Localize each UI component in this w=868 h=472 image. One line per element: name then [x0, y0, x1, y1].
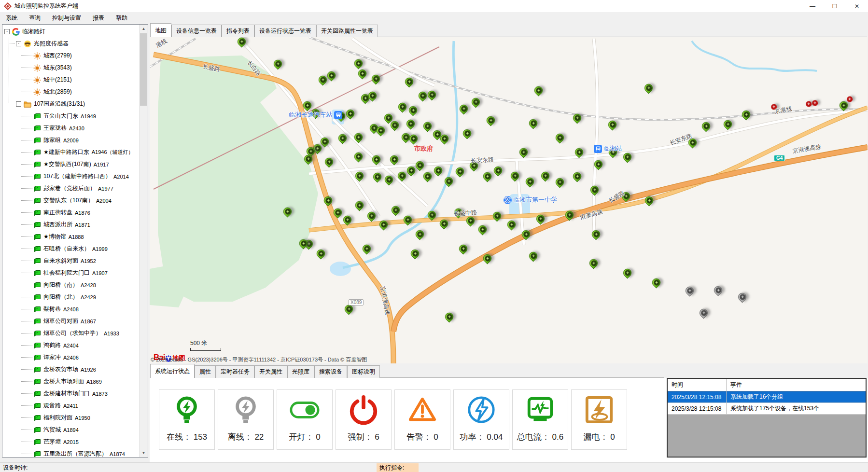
map-pin-green[interactable]	[426, 209, 437, 221]
map-tab-4[interactable]: 开关回路属性一览表	[316, 25, 378, 37]
map-pin-green[interactable]	[322, 194, 334, 206]
map-pin-green[interactable]	[527, 117, 539, 129]
tree-item-21[interactable]: 向阳桥（南）A2428	[2, 279, 140, 291]
map-pin-green[interactable]	[336, 132, 348, 144]
map-pin-green[interactable]	[352, 131, 364, 143]
tree-item-29[interactable]: 金桥大市场对面A1869	[2, 375, 140, 388]
map-pin-green[interactable]	[332, 207, 343, 218]
map-pin-green[interactable]	[563, 209, 575, 221]
map-tab-2[interactable]: 指令列表	[222, 25, 254, 37]
tree-item-26[interactable]: 鸿鹤路A2404	[2, 339, 140, 351]
map-pin-green[interactable]	[341, 214, 353, 225]
map-pin-green[interactable]	[534, 213, 546, 224]
close-button[interactable]: ✕	[846, 0, 868, 12]
map-pin-green[interactable]	[588, 184, 600, 195]
map-pin-green[interactable]	[390, 204, 401, 216]
event-row-1[interactable]: 2025/3/28 12:15:08系统加载了175个设备，在线153个	[668, 403, 866, 415]
bottom-tab-4[interactable]: 光照度	[287, 365, 314, 378]
tree-item-32[interactable]: 福利院对面A1950	[2, 412, 140, 424]
map-pin-green[interactable]	[323, 156, 335, 167]
tree-expander[interactable]: -	[16, 41, 21, 46]
map-pin-gray[interactable]	[698, 307, 709, 319]
scroll-thumb[interactable]	[140, 33, 147, 106]
bottom-tab-5[interactable]: 搜索设备	[314, 365, 347, 378]
map-pin-green[interactable]	[505, 219, 517, 230]
minimize-button[interactable]: —	[801, 0, 824, 12]
map-pin-green[interactable]	[378, 219, 389, 230]
map-pin-green[interactable]	[432, 165, 444, 176]
map-pin-green[interactable]	[352, 151, 364, 162]
map-pin-green[interactable]	[344, 108, 356, 119]
map-pin-green[interactable]	[554, 132, 565, 143]
map-pin-green[interactable]	[607, 146, 618, 158]
tree-item-19[interactable]: 自来水斜对面A1952	[2, 255, 140, 267]
tree-item-9[interactable]: 陈家组A2009	[2, 134, 140, 146]
tree-item-20[interactable]: 社会福利院大门口A1907	[2, 267, 140, 279]
map-pin-green[interactable]	[650, 277, 662, 288]
map-pin-green[interactable]	[458, 103, 469, 114]
map-pin-green[interactable]	[588, 257, 599, 269]
tree-scrollbar[interactable]: ▲ ▼	[139, 25, 148, 457]
map-pin-green[interactable]	[414, 159, 425, 171]
map-pin-green[interactable]	[454, 166, 465, 177]
map-pin-green[interactable]	[443, 175, 454, 187]
map-pin-green[interactable]	[405, 165, 417, 176]
map-pin-green[interactable]	[457, 243, 469, 254]
map-pin-green[interactable]	[524, 176, 535, 187]
map-pin-green[interactable]	[443, 311, 455, 322]
map-pin-green[interactable]	[281, 206, 293, 217]
tree-item-4[interactable]: 城中(2151)	[2, 74, 140, 86]
map-pin-green[interactable]	[527, 250, 539, 262]
map-pin-green[interactable]	[554, 176, 565, 188]
map-pin-green[interactable]	[407, 104, 419, 116]
map-pin-green[interactable]	[518, 146, 529, 158]
tree-item-35[interactable]: 五里派出所（富源汽配）A1874	[2, 448, 140, 457]
map-pin-green[interactable]	[592, 158, 604, 170]
tree-item-18[interactable]: 石咀桥（自来水）A1999	[2, 243, 140, 255]
tree-item-3[interactable]: 城东(3543)	[2, 62, 140, 74]
tree-item-2[interactable]: 城西(2799)	[2, 50, 140, 62]
tree-item-28[interactable]: 金桥农贸市场A1926	[2, 363, 140, 375]
map-pin-green[interactable]	[606, 119, 618, 130]
map-pin-green[interactable]	[426, 89, 437, 100]
map-pin-green[interactable]	[388, 153, 400, 165]
bottom-tab-1[interactable]: 属性	[195, 365, 216, 378]
map-pin-green[interactable]	[452, 207, 464, 218]
map-pin-green[interactable]	[643, 82, 654, 94]
map-pin-green[interactable]	[573, 146, 585, 158]
bottom-tab-2[interactable]: 定时器任务	[216, 365, 254, 378]
map-pin-green[interactable]	[315, 248, 326, 259]
tree-item-27[interactable]: 谭家冲A2406	[2, 351, 140, 363]
map-pin-green[interactable]	[470, 96, 481, 108]
map-pin-green[interactable]	[722, 118, 733, 130]
map-pin-green[interactable]	[481, 170, 493, 182]
tree-item-11[interactable]: ★交警队西(107南)A1917	[2, 158, 140, 170]
map-pin-green[interactable]	[621, 267, 633, 278]
map-pin-green[interactable]	[396, 170, 407, 181]
map-pin-green[interactable]	[343, 303, 354, 315]
map-pin-green[interactable]	[335, 110, 347, 122]
map-pin-green[interactable]	[464, 215, 476, 226]
map-pin-green[interactable]	[740, 109, 752, 120]
map-pin-green[interactable]	[520, 228, 532, 240]
map-pin-green[interactable]	[361, 243, 372, 254]
tree-item-14[interactable]: 交警队东（107南）A2004	[2, 194, 140, 207]
map-pin-green[interactable]	[492, 165, 504, 176]
map-pin-green[interactable]	[476, 223, 488, 235]
map-pin-green[interactable]	[325, 69, 337, 81]
menu-item-4[interactable]: 帮助	[110, 12, 133, 24]
map-pin-green[interactable]	[365, 210, 377, 222]
map-pin-green[interactable]	[509, 170, 520, 181]
map-pin-green[interactable]	[352, 57, 364, 69]
map-pin-green[interactable]	[421, 120, 433, 132]
tree-item-7[interactable]: 五尖山大门东A1949	[2, 110, 140, 122]
map-pin-red[interactable]	[768, 101, 779, 112]
map-pin-green[interactable]	[620, 190, 631, 202]
map-pin-gray[interactable]	[712, 284, 724, 296]
tree-item-30[interactable]: 金桥建材市场门口A1873	[2, 388, 140, 400]
menu-item-1[interactable]: 查询	[23, 12, 46, 24]
map-pin-green[interactable]	[571, 170, 583, 182]
map-pin-green[interactable]	[532, 84, 544, 96]
map-pin-green[interactable]	[481, 252, 493, 264]
maximize-button[interactable]: ☐	[824, 0, 846, 12]
